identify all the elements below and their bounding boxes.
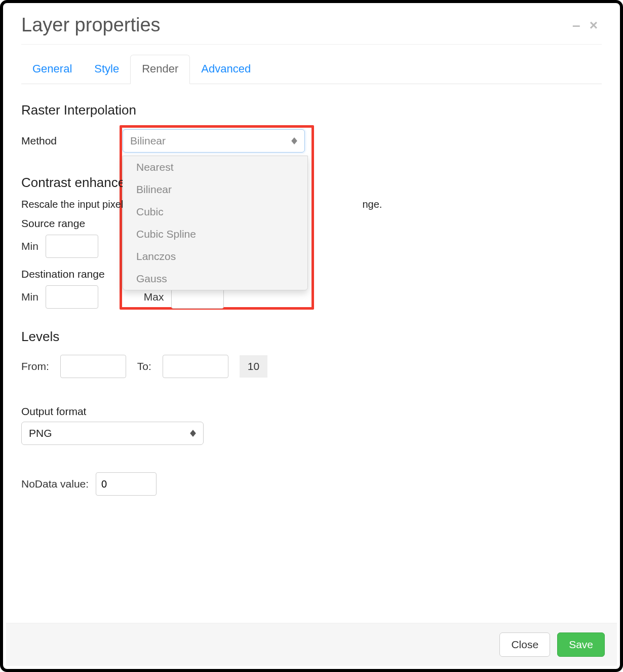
- tab-advanced[interactable]: Advanced: [190, 55, 262, 84]
- tab-style[interactable]: Style: [83, 55, 130, 84]
- method-select-value: Bilinear: [130, 135, 166, 147]
- method-option-gauss[interactable]: Gauss: [123, 268, 307, 290]
- raster-heading: Raster Interpolation: [21, 102, 602, 118]
- output-format-value: PNG: [29, 427, 52, 439]
- method-option-lanczos[interactable]: Lanczos: [123, 245, 307, 268]
- output-format-label: Output format: [21, 405, 602, 418]
- method-dropdown[interactable]: Nearest Bilinear Cubic Cubic Spline Lanc…: [123, 156, 308, 290]
- source-range-label: Source range: [21, 217, 602, 230]
- method-label: Method: [21, 135, 72, 147]
- dialog-title: Layer properties: [21, 14, 572, 36]
- save-button[interactable]: Save: [557, 632, 605, 657]
- levels-from-label: From:: [21, 360, 49, 372]
- minimize-icon[interactable]: –: [572, 17, 580, 33]
- levels-heading: Levels: [21, 329, 602, 345]
- nodata-input[interactable]: [96, 472, 157, 496]
- levels-badge: 10: [240, 355, 267, 378]
- levels-to-input[interactable]: [163, 355, 228, 378]
- updown-icon: [291, 137, 297, 144]
- tab-render[interactable]: Render: [130, 55, 190, 84]
- method-select[interactable]: Bilinear: [123, 129, 305, 153]
- tab-bar: General Style Render Advanced: [21, 55, 602, 84]
- contrast-desc: Rescale the input pixels valunge.: [21, 199, 602, 210]
- dest-min-label: Min: [21, 291, 38, 303]
- output-format-select[interactable]: PNG: [21, 422, 204, 445]
- method-option-bilinear[interactable]: Bilinear: [123, 178, 307, 201]
- dest-range-label: Destination range: [21, 268, 602, 280]
- source-min-input[interactable]: [46, 235, 98, 258]
- method-option-nearest[interactable]: Nearest: [123, 156, 307, 178]
- dest-max-label: Max: [144, 291, 164, 303]
- close-button[interactable]: Close: [499, 632, 550, 657]
- updown-icon: [190, 430, 196, 437]
- tab-general[interactable]: General: [21, 55, 83, 84]
- source-min-label: Min: [21, 240, 38, 252]
- method-option-cubic-spline[interactable]: Cubic Spline: [123, 223, 307, 245]
- contrast-heading: Contrast enhancement: [21, 175, 602, 191]
- nodata-label: NoData value:: [21, 478, 89, 490]
- dest-min-input[interactable]: [46, 285, 98, 309]
- levels-from-input[interactable]: [60, 355, 126, 378]
- levels-to-label: To:: [137, 360, 151, 372]
- close-icon[interactable]: ×: [590, 17, 598, 33]
- method-option-cubic[interactable]: Cubic: [123, 201, 307, 223]
